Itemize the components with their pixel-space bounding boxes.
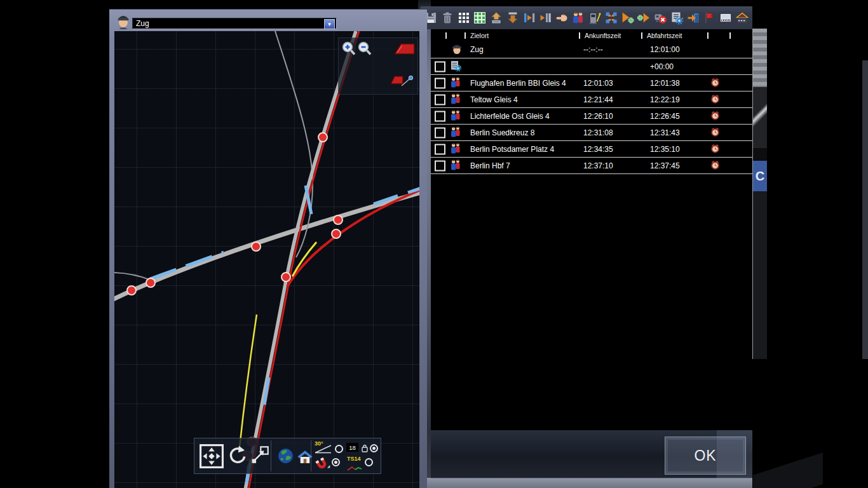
train-name: Zug [470,45,484,54]
alarm-clock-icon[interactable] [710,127,720,139]
alarm-clock-icon[interactable] [710,78,720,89]
stop-departure: 12:01:38 [650,79,680,88]
passengers-icon [450,93,461,107]
passengers-icon [450,76,461,90]
zoom-in-icon[interactable] [341,41,356,60]
track-connect-mode-icon[interactable] [388,70,415,95]
stop-arrival: 12:01:03 [583,79,613,88]
train-selector[interactable]: Zug ▼ [132,18,337,29]
row-checkbox[interactable] [435,61,445,72]
stop-row[interactable]: Lichterfelde Ost Gleis 4 12:26:10 12:26:… [431,108,752,125]
track-style-radio[interactable] [365,458,373,466]
append-stop-icon[interactable] [636,10,651,26]
alarm-clock-icon[interactable] [710,111,720,122]
control-panel-icon[interactable] [718,10,733,26]
dropdown-arrow-icon[interactable]: ▼ [324,19,335,29]
driver-icon [451,42,463,58]
stop-name: Berlin Hbf 7 [470,161,510,170]
stop-name: Berlin Suedkreuz 8 [470,128,534,137]
depot-icon[interactable] [735,10,750,26]
stop-arrival: 12:26:10 [583,112,613,121]
map-toolbar: 30° 18 TS14 [194,438,381,474]
move-down-icon[interactable] [505,10,520,26]
row-checkbox[interactable] [435,144,445,154]
zoom-out-icon[interactable] [357,41,372,60]
schedule-gear-icon [450,60,461,73]
train-departure: 12:01:00 [650,45,680,54]
insert-after-icon[interactable] [538,10,553,26]
magnet-icon[interactable] [315,457,329,474]
pan-icon[interactable] [200,444,224,471]
col-departure[interactable]: Abfahrtszeit [647,32,682,39]
timetable-stops: Flughafen Berlin BBI Gleis 4 12:01:03 12… [431,75,752,174]
stop-arrival: 12:37:10 [583,161,613,170]
track-curve-top [275,31,313,257]
map-panel: Zug ▼ [109,9,427,488]
row-checkbox[interactable] [435,160,445,171]
train-arrival: --:--:-- [583,45,603,54]
row-checkbox[interactable] [435,78,445,88]
train-selector-value: Zug [136,19,149,28]
stop-arrival: 12:34:35 [583,145,613,154]
alarm-clock-icon[interactable] [710,144,720,155]
remove-stop-icon[interactable] [653,10,668,26]
offset-row[interactable]: +00:00 [431,58,752,75]
map-canvas[interactable]: 30° 18 TS14 [114,31,419,488]
scene-pillar: C [752,29,767,359]
driver-icon [116,12,130,29]
schedule-settings-icon[interactable] [669,10,684,26]
stop-row[interactable]: Flughafen Berlin BBI Gleis 4 12:01:03 12… [431,75,752,92]
stop-arrival: 12:31:08 [583,128,613,137]
flag-icon[interactable] [702,10,717,26]
length-input[interactable]: 18 [346,443,358,452]
track-map[interactable] [114,31,419,488]
train-selector-bar: Zug ▼ [109,10,427,31]
passengers-icon [450,142,461,156]
alarm-clock-icon[interactable] [710,160,720,172]
magnet-radio[interactable] [332,458,340,466]
apply-icon[interactable] [686,10,701,26]
rotate-icon[interactable] [227,445,248,468]
delete-icon[interactable] [440,10,455,26]
scene-building-edge [862,60,868,359]
globe-icon[interactable] [277,447,294,467]
pick-hand-icon[interactable] [554,10,569,26]
stop-row[interactable]: Berlin Potsdamer Platz 4 12:34:35 12:35:… [431,141,752,158]
timetable-grid-icon[interactable] [456,10,471,26]
refuel-icon[interactable] [587,10,602,26]
stop-name: Flughafen Berlin BBI Gleis 4 [470,79,566,88]
length-radio[interactable] [370,444,378,452]
scale-icon[interactable] [250,445,269,468]
stop-row[interactable]: Berlin Hbf 7 12:37:10 12:37:45 [431,158,752,174]
stop-departure: 12:37:45 [650,161,680,170]
scene-sidings [753,29,767,87]
passengers-icon [450,109,461,123]
stop-departure: 12:22:19 [650,95,680,104]
track-stub-left [114,273,151,280]
lock-icon [362,444,368,455]
col-arrival[interactable]: Ankunftszeit [585,32,621,39]
row-checkbox[interactable] [435,94,445,105]
track-style-icon [347,463,362,474]
passengers-icon [450,126,461,140]
stop-row[interactable]: Berlin Suedkreuz 8 12:31:08 12:31:43 [431,125,752,141]
ok-button[interactable]: OK [665,437,746,475]
move-up-icon[interactable] [489,10,504,26]
train-row[interactable]: Zug --:--:-- 12:01:00 [431,41,752,58]
passengers-icon[interactable] [571,10,586,26]
timetable-grid-active-icon[interactable] [472,10,487,26]
slope-radio[interactable] [335,445,343,453]
row-checkbox[interactable] [435,127,445,138]
row-checkbox[interactable] [435,111,445,121]
station-sign: C [753,161,767,191]
insert-before-icon[interactable] [522,10,537,26]
main-toolbar [421,6,752,29]
stop-row[interactable]: Teltow Gleis 4 12:21:44 12:22:19 [431,92,752,108]
timetable-panel: Zielort Ankunftszeit Abfahrtszeit Zug --… [431,30,752,429]
alarm-clock-icon[interactable] [710,94,720,105]
add-stop-icon[interactable] [620,10,635,26]
center-view-icon[interactable] [604,10,619,26]
scene-corner-shadow [753,452,823,488]
track-mode-icon[interactable] [393,41,416,59]
col-destination[interactable]: Zielort [470,32,489,39]
